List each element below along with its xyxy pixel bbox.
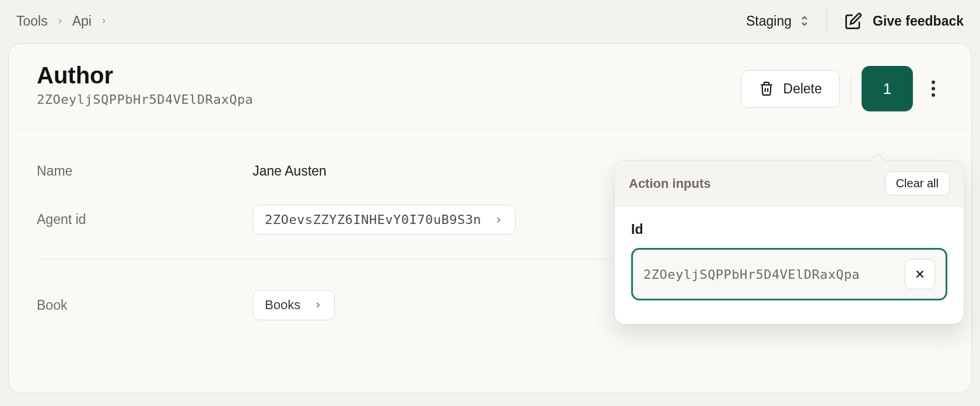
delete-label: Delete	[783, 81, 822, 97]
header-actions: Delete 1	[741, 66, 943, 111]
card-header: Author 2ZOeyljSQPPbHr5D4VElDRaxQpa Delet…	[9, 44, 971, 128]
popover-title: Action inputs	[629, 176, 711, 191]
agent-id-value: 2ZOevsZZYZ6INHEvY0I70uB9S3n	[265, 212, 481, 227]
action-inputs-popover: Action inputs Clear all Id	[614, 160, 964, 324]
clear-input-button[interactable]	[905, 259, 935, 289]
id-field-label: Id	[631, 222, 947, 237]
book-value: Books	[265, 298, 300, 313]
chevron-right-icon	[100, 17, 108, 25]
breadcrumb: Tools Api	[16, 13, 108, 29]
field-label: Book	[37, 298, 253, 313]
popover-body: Id	[615, 206, 964, 324]
trash-icon	[759, 81, 774, 96]
chevron-right-icon	[494, 215, 503, 225]
field-value-name: Jane Austen	[253, 163, 327, 179]
detail-card: Author 2ZOeyljSQPPbHr5D4VElDRaxQpa Delet…	[8, 43, 972, 393]
environment-selector[interactable]: Staging	[746, 13, 809, 29]
id-input-wrap	[631, 248, 947, 300]
delete-button[interactable]: Delete	[741, 70, 840, 108]
more-menu-button[interactable]	[923, 77, 943, 100]
chevron-up-down-icon	[800, 14, 809, 28]
environment-label: Staging	[746, 13, 792, 29]
topbar: Tools Api Staging	[0, 0, 980, 43]
divider	[827, 10, 827, 32]
clear-all-button[interactable]: Clear all	[885, 172, 950, 195]
id-input[interactable]	[643, 267, 897, 282]
chevron-right-icon	[313, 300, 323, 310]
close-icon	[914, 268, 926, 281]
action-inputs-badge[interactable]: 1	[862, 66, 913, 111]
page-title: Author	[37, 62, 253, 89]
breadcrumb-item-tools[interactable]: Tools	[16, 13, 48, 29]
badge-count: 1	[883, 80, 891, 98]
agent-id-link[interactable]: 2ZOevsZZYZ6INHEvY0I70uB9S3n	[253, 205, 516, 235]
field-label: Name	[37, 163, 253, 179]
book-link[interactable]: Books	[253, 290, 335, 320]
topbar-right: Staging Give feedback	[746, 10, 964, 32]
give-feedback-button[interactable]: Give feedback	[845, 12, 964, 30]
breadcrumb-item-api[interactable]: Api	[72, 13, 92, 29]
edit-icon	[845, 12, 862, 30]
title-block: Author 2ZOeyljSQPPbHr5D4VElDRaxQpa	[37, 62, 253, 107]
chevron-right-icon	[56, 17, 64, 25]
divider	[850, 76, 851, 102]
page-subtitle-id: 2ZOeyljSQPPbHr5D4VElDRaxQpa	[37, 92, 253, 107]
feedback-label: Give feedback	[873, 13, 964, 29]
field-label: Agent id	[37, 212, 253, 228]
popover-header: Action inputs Clear all	[615, 161, 964, 206]
